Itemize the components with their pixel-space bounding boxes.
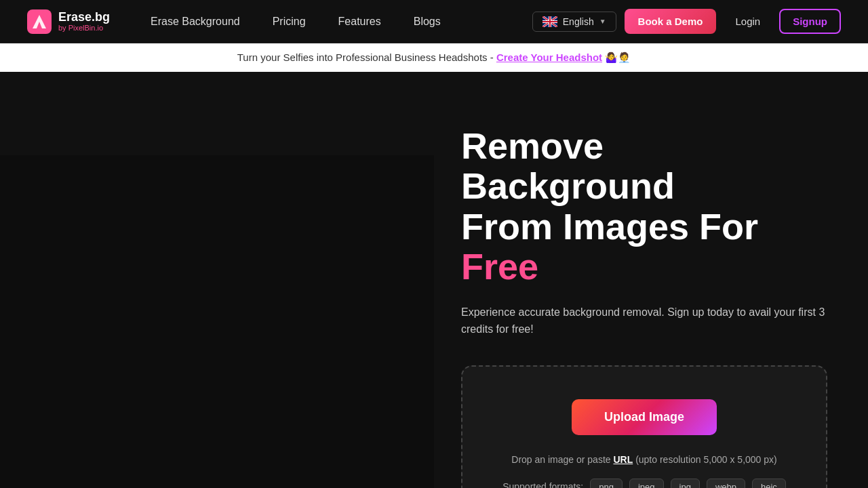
- flag-icon: [542, 16, 557, 27]
- hero-subtitle: Experience accurate background removal. …: [461, 304, 827, 338]
- hero-title-free: Free: [461, 246, 538, 287]
- create-headshot-link[interactable]: Create Your Headshot: [496, 52, 602, 63]
- left-panel: [0, 155, 434, 488]
- nav-links: Erase Background Pricing Features Blogs: [151, 16, 441, 28]
- logo-icon: [27, 9, 52, 34]
- login-button[interactable]: Login: [724, 9, 771, 34]
- format-badge-heic: heic: [752, 479, 786, 488]
- hero-title-line2: From Images For: [461, 206, 758, 247]
- format-badge-webp: webp: [707, 479, 745, 488]
- language-selector[interactable]: English ▼: [532, 12, 616, 32]
- drop-text-prefix: Drop an image or paste: [511, 454, 613, 465]
- announcement-text: Turn your Selfies into Professional Busi…: [237, 52, 496, 63]
- chevron-down-icon: ▼: [599, 18, 606, 25]
- format-badge-png: png: [590, 479, 623, 488]
- hero-title: Remove Background From Images For Free: [461, 126, 827, 287]
- format-badge-jpg: jpg: [671, 479, 700, 488]
- navbar: Erase.bg by PixelBin.io Erase Background…: [0, 0, 868, 43]
- logo-sub: by PixelBin.io: [58, 24, 110, 32]
- signup-button[interactable]: Signup: [779, 9, 841, 34]
- logo-text: Erase.bg by PixelBin.io: [58, 11, 110, 33]
- format-badge-jpeg: jpeg: [629, 479, 664, 488]
- svg-rect-10: [542, 21, 557, 22]
- book-demo-button[interactable]: Book a Demo: [625, 9, 717, 34]
- announcement-banner: Turn your Selfies into Professional Busi…: [0, 43, 868, 72]
- drop-text: Drop an image or paste URL (upto resolut…: [490, 454, 799, 465]
- right-panel: Remove Background From Images For Free E…: [434, 99, 868, 488]
- nav-link-erase-background[interactable]: Erase Background: [151, 16, 240, 28]
- announcement-emoji: 🤷‍♀️🧑‍💼: [605, 52, 631, 63]
- nav-link-pricing[interactable]: Pricing: [273, 16, 306, 28]
- nav-link-features[interactable]: Features: [338, 16, 381, 28]
- nav-link-blogs[interactable]: Blogs: [414, 16, 441, 28]
- main-content: Remove Background From Images For Free E…: [0, 72, 868, 488]
- logo-name: Erase.bg: [58, 11, 110, 24]
- url-paste-link[interactable]: URL: [613, 454, 633, 465]
- formats-row: Supported formats: png jpeg jpg webp hei…: [490, 479, 799, 488]
- logo[interactable]: Erase.bg by PixelBin.io: [27, 9, 110, 34]
- formats-label: Supported formats:: [502, 481, 583, 488]
- navbar-left: Erase.bg by PixelBin.io Erase Background…: [27, 9, 441, 34]
- upload-image-button[interactable]: Upload Image: [572, 399, 717, 435]
- navbar-right: English ▼ Book a Demo Login Signup: [532, 9, 841, 34]
- language-label: English: [563, 16, 594, 27]
- upload-box: Upload Image Drop an image or paste URL …: [461, 365, 827, 488]
- drop-text-suffix: (upto resolution 5,000 x 5,000 px): [633, 454, 776, 465]
- hero-title-line1: Remove Background: [461, 125, 675, 206]
